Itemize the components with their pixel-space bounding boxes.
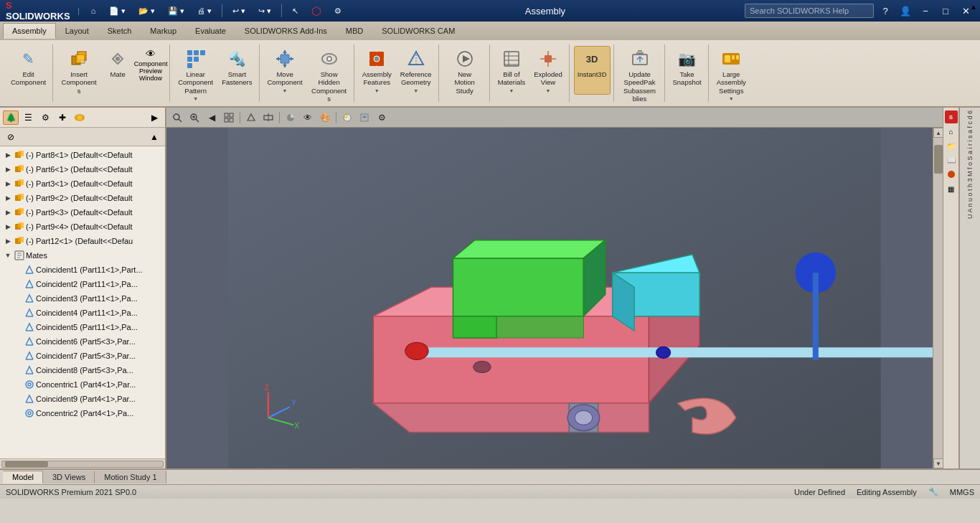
tree-item-part9-3[interactable]: ▶ (-) Part9<3> (Default<<Default (0, 205, 165, 220)
expand-part12[interactable]: ▶ (3, 237, 13, 245)
move-component-btn[interactable]: MoveComponent ▼ (264, 46, 306, 95)
tree-item-part8[interactable]: ▶ (-) Part8<1> (Default<<Default (0, 148, 165, 162)
hide-show-btn[interactable]: 👁 (300, 110, 316, 125)
update-speedpak-btn[interactable]: UpdateSpeedPakSubassemblies (618, 46, 661, 95)
help-btn[interactable]: ? (877, 2, 894, 19)
tree-item-conc1[interactable]: Concentric1 (Part4<1>,Par... (0, 377, 165, 392)
expand-part9-4[interactable]: ▶ (3, 223, 13, 230)
tree-item-coinc8[interactable]: Coincident8 (Part5<3>,Pa... (0, 363, 165, 377)
reference-geometry-btn[interactable]: ReferenceGeometry ▼ (397, 46, 435, 95)
tree-item-coinc2[interactable]: Coincident2 (Part11<1>,Pa... (0, 277, 165, 291)
edit-component-btn[interactable]: ✎ EditComponent (7, 46, 50, 95)
show-hidden-btn[interactable]: ShowHiddenComponents (308, 46, 351, 95)
print-btn[interactable]: 🖨 ▾ (193, 5, 216, 17)
rebuild-btn[interactable]: ⬡ (307, 3, 326, 19)
exploded-view-btn[interactable]: ExplodedView ▼ (530, 46, 566, 95)
select-btn[interactable]: ↖ (288, 5, 303, 17)
viewport-vscrollbar[interactable]: ▲ ▼ (933, 128, 943, 468)
vscroll-down-btn[interactable]: ▼ (933, 458, 943, 468)
tab-model[interactable]: Model (3, 471, 43, 484)
rp-table-btn[interactable]: ▦ (945, 182, 958, 195)
expand-part9-3[interactable]: ▶ (3, 209, 13, 216)
config-manager-icon[interactable]: ⚙ (37, 110, 53, 125)
edit-appearance-btn[interactable]: 🎨 (317, 110, 333, 125)
user-btn[interactable]: 👤 (897, 2, 914, 19)
take-snapshot-btn[interactable]: 📷 TakeSnapshot (669, 46, 705, 95)
rp-sphere-btn[interactable] (945, 168, 958, 181)
tree-item-coinc7[interactable]: Coincident7 (Part5<3>,Par... (0, 349, 165, 363)
view-settings-btn[interactable]: ⚙ (374, 110, 390, 125)
mate-btn[interactable]: Mate (102, 46, 133, 95)
tree-item-part9-2[interactable]: ▶ (-) Part9<2> (Default<<Default (0, 191, 165, 205)
assembly-features-btn[interactable]: AssemblyFeatures ▼ (359, 46, 395, 95)
zoom-in-btn[interactable] (187, 110, 202, 125)
tree-item-coinc1[interactable]: Coincident1 (Part11<1>,Part... (0, 263, 165, 277)
h-scrollbar-track[interactable] (1, 461, 164, 468)
expand-part9-2[interactable]: ▶ (3, 194, 13, 202)
tree-item-part12[interactable]: ▶ (-) Part12<1> (Default<<Defau (0, 234, 165, 248)
bill-of-materials-btn[interactable]: Bill ofMaterials ▼ (494, 46, 529, 95)
undo-btn[interactable]: ↩ ▾ (228, 5, 250, 17)
tab-3dviews[interactable]: 3D Views (43, 471, 95, 484)
tree-item-conc2[interactable]: Concentric2 (Part4<1>,Pa... (0, 406, 165, 420)
filter-icon[interactable]: ⊘ (3, 130, 19, 144)
h-scrollbar-thumb[interactable] (5, 461, 48, 467)
rp-book-btn[interactable]: 📖 (945, 154, 958, 166)
expand-part8[interactable]: ▶ (3, 151, 13, 159)
standard-views-btn[interactable] (221, 110, 237, 125)
tab-layout[interactable]: Layout (56, 23, 98, 39)
assembly-view[interactable]: Z X Y (166, 128, 943, 468)
feature-manager-icon[interactable]: 🌲 (3, 110, 19, 125)
tab-addins[interactable]: SOLIDWORKS Add-Ins (235, 23, 336, 39)
large-assembly-btn[interactable]: LargeAssemblySettings ▼ (713, 46, 750, 95)
redo-btn[interactable]: ↪ ▾ (254, 5, 275, 17)
rp-home-btn[interactable]: ⌂ (945, 125, 958, 138)
expand-part3[interactable]: ▶ (3, 180, 13, 187)
tree-item-coinc5[interactable]: Coincident5 (Part11<1>,Pa... (0, 320, 165, 334)
property-manager-icon[interactable]: ☰ (20, 110, 36, 125)
panel-hscrollbar[interactable] (0, 458, 165, 468)
minimize-btn[interactable]: − (917, 2, 934, 19)
instant3d-btn[interactable]: 3D Instant3D (574, 46, 611, 95)
tree-item-coinc6[interactable]: Coincident6 (Part5<3>,Par... (0, 334, 165, 349)
ribbon-collapse-btn[interactable]: ▲ (970, 3, 977, 11)
3d-viewport[interactable]: ◀ 👁 🎨 ⚙ (166, 108, 943, 468)
vscroll-thumb[interactable] (934, 145, 943, 174)
tree-item-coinc3[interactable]: Coincident3 (Part11<1>,Pa... (0, 291, 165, 306)
expand-part6[interactable]: ▶ (3, 166, 13, 173)
view-orientation-btn[interactable] (243, 110, 259, 125)
expand-mates[interactable]: ▼ (3, 252, 13, 259)
linear-pattern-btn[interactable]: LinearComponentPattern ▼ (174, 46, 217, 95)
open-file-btn[interactable]: 📂 ▾ (134, 5, 159, 17)
rp-folder-btn[interactable]: 📁 (945, 139, 958, 152)
rp-solidworks-btn[interactable]: S (945, 110, 958, 123)
vscroll-track[interactable] (933, 138, 943, 458)
tab-assembly[interactable]: Assembly (3, 23, 56, 39)
tree-item-part6[interactable]: ▶ (-) Part6<1> (Default<<Default (0, 162, 165, 176)
options-btn[interactable]: ⚙ (330, 5, 346, 17)
display-manager-icon[interactable] (72, 110, 88, 125)
tree-item-part3[interactable]: ▶ (-) Part3<1> (Default<<Default (0, 176, 165, 191)
tab-markup[interactable]: Markup (141, 23, 186, 39)
save-btn[interactable]: 💾 ▾ (164, 5, 189, 17)
tab-evaluate[interactable]: Evaluate (186, 23, 235, 39)
scroll-up-btn[interactable]: ▲ (146, 130, 162, 144)
help-search-input[interactable] (745, 4, 874, 18)
tab-sketch[interactable]: Sketch (98, 23, 141, 39)
insert-components-btn[interactable]: InsertComponents (57, 46, 100, 95)
tab-cam[interactable]: SOLIDWORKS CAM (372, 23, 464, 39)
smart-fasteners-btn[interactable]: 🔩 SmartFasteners (218, 46, 255, 95)
display-manager-btn[interactable] (357, 110, 372, 125)
tree-item-coinc4[interactable]: Coincident4 (Part11<1>,Pa... (0, 306, 165, 320)
tree-item-mates[interactable]: ▼ Mates (0, 248, 165, 263)
home-btn[interactable]: ⌂ (87, 5, 100, 17)
dim-xpert-icon[interactable]: ✚ (55, 110, 70, 125)
component-preview-btn[interactable]: 👁 Component Preview Window (135, 46, 166, 69)
panel-scroll-right[interactable]: ▶ (146, 110, 162, 125)
zoom-to-fit-btn[interactable] (169, 110, 185, 125)
maximize-btn[interactable]: □ (937, 2, 954, 19)
vscroll-up-btn[interactable]: ▲ (933, 128, 943, 138)
scene-btn[interactable] (339, 110, 355, 125)
tab-motionstudy1[interactable]: Motion Study 1 (95, 471, 166, 484)
previous-view-btn[interactable]: ◀ (204, 110, 220, 125)
